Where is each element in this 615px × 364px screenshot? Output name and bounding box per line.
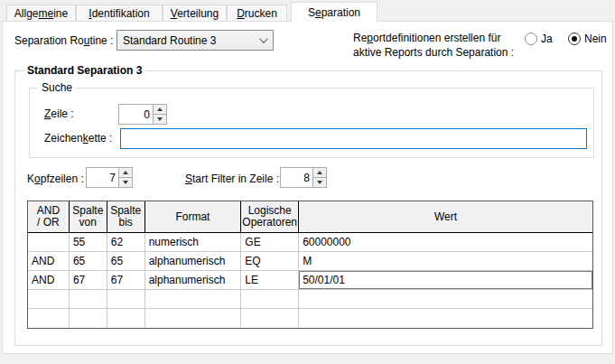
suche-group-title: Suche bbox=[38, 81, 76, 94]
cell-and-or[interactable]: AND bbox=[28, 252, 70, 270]
zeile-label: Zeile : bbox=[44, 107, 74, 120]
cell-logischer-operator[interactable]: LE bbox=[241, 271, 299, 289]
group-title: Standard Separation 3 bbox=[23, 64, 145, 77]
cell-and-or[interactable] bbox=[28, 309, 70, 328]
tab-label: Drucken bbox=[237, 7, 277, 20]
cell-wert[interactable] bbox=[299, 290, 592, 308]
radio-nein-label: Nein bbox=[584, 33, 607, 45]
cell-spalte-von[interactable] bbox=[70, 290, 107, 308]
table-row: AND 65 65 alphanumerisch EQ M bbox=[28, 252, 592, 271]
spinner-down-icon[interactable] bbox=[119, 178, 132, 187]
cell-logischer-operator[interactable]: EQ bbox=[241, 252, 299, 270]
tab-separation[interactable]: Separation bbox=[291, 2, 377, 23]
spinner-down-icon[interactable] bbox=[154, 115, 166, 124]
cell-wert-editing[interactable]: 50/01/01 bbox=[299, 271, 592, 289]
radio-option-ja[interactable]: Ja bbox=[525, 33, 553, 45]
startfilter-label: Start Filter in Zeile : bbox=[185, 173, 279, 185]
startfilter-spinner-value[interactable]: 8 bbox=[281, 168, 312, 187]
zeile-spinner[interactable]: 0 bbox=[118, 104, 167, 125]
cell-logischer-operator[interactable] bbox=[241, 309, 299, 328]
kopfzeilen-spinner[interactable]: 7 bbox=[86, 167, 133, 188]
table-row bbox=[28, 309, 592, 328]
tab-allgemeine[interactable]: Allgemeine bbox=[6, 5, 76, 22]
spinner-buttons bbox=[312, 168, 326, 187]
separation-routine-label: Separation Routine : bbox=[14, 34, 113, 47]
separation-routine-dropdown[interactable]: Standard Routine 3 bbox=[116, 30, 274, 51]
cell-format[interactable] bbox=[145, 290, 242, 308]
cell-spalte-bis[interactable]: 67 bbox=[107, 271, 145, 289]
radio-option-nein[interactable]: Nein bbox=[568, 33, 607, 45]
spinner-up-icon[interactable] bbox=[313, 168, 326, 178]
cell-spalte-von[interactable] bbox=[70, 309, 107, 328]
zeile-spinner-value[interactable]: 0 bbox=[119, 105, 153, 124]
table-row bbox=[28, 290, 592, 309]
standard-separation-group: Standard Separation 3 Suche Zeile : 0 Ze… bbox=[14, 70, 602, 346]
cell-edit-box[interactable]: 50/01/01 bbox=[299, 271, 592, 289]
filter-table-header: AND/ OR Spaltevon Spaltebis Format Logis… bbox=[28, 201, 592, 233]
cell-wert[interactable] bbox=[299, 309, 592, 328]
tab-label: Verteilung bbox=[171, 7, 219, 20]
tab-drucken[interactable]: Drucken bbox=[227, 5, 287, 22]
cell-and-or[interactable] bbox=[28, 290, 70, 308]
cell-spalte-von[interactable]: 67 bbox=[70, 271, 107, 289]
kopfzeilen-label: Kopfzeilen : bbox=[27, 173, 84, 185]
header-format: Format bbox=[145, 201, 242, 232]
cell-format[interactable]: alphanumerisch bbox=[145, 271, 242, 289]
header-wert: Wert bbox=[299, 201, 592, 232]
tab-label: Separation bbox=[308, 6, 360, 19]
cell-logischer-operator[interactable]: GE bbox=[241, 233, 299, 251]
cell-spalte-von[interactable]: 55 bbox=[70, 233, 107, 251]
suche-group: Suche Zeile : 0 Zeichenkette : bbox=[29, 88, 594, 158]
separation-tab-page: Separation Routine : Standard Routine 3 … bbox=[2, 21, 613, 354]
spinner-buttons bbox=[153, 105, 166, 124]
header-spalte-von: Spaltevon bbox=[70, 201, 107, 232]
radio-ja-label: Ja bbox=[541, 33, 553, 45]
report-definitions-label: Reportdefinitionen erstellen für aktive … bbox=[353, 31, 547, 60]
spinner-down-icon[interactable] bbox=[313, 178, 326, 187]
cell-and-or[interactable]: AND bbox=[28, 271, 70, 289]
tab-label: Allgemeine bbox=[14, 7, 68, 20]
cell-spalte-bis[interactable]: 62 bbox=[107, 233, 145, 251]
zeichenkette-input[interactable] bbox=[120, 128, 587, 149]
radio-nein-icon[interactable] bbox=[568, 33, 581, 45]
cell-spalte-bis[interactable]: 65 bbox=[107, 252, 145, 270]
spinner-up-icon[interactable] bbox=[154, 105, 166, 115]
filter-table: AND/ OR Spaltevon Spaltebis Format Logis… bbox=[27, 201, 593, 329]
kopfzeilen-spinner-value[interactable]: 7 bbox=[87, 168, 118, 187]
header-and-or: AND/ OR bbox=[28, 201, 70, 232]
header-logische-operatoren: LogischeOperatoren bbox=[241, 201, 299, 232]
cell-format[interactable] bbox=[145, 309, 242, 328]
tab-label: Identifikation bbox=[89, 7, 149, 20]
cell-logischer-operator[interactable] bbox=[241, 290, 299, 308]
startfilter-spinner[interactable]: 8 bbox=[280, 167, 327, 188]
zeichenkette-label: Zeichenkette : bbox=[44, 132, 112, 145]
spinner-buttons bbox=[118, 168, 132, 187]
cell-spalte-bis[interactable] bbox=[107, 290, 145, 308]
radio-ja-icon[interactable] bbox=[525, 33, 537, 45]
table-row: AND 67 67 alphanumerisch LE 50/01/01 bbox=[28, 271, 592, 290]
tab-identifikation[interactable]: Identifikation bbox=[76, 5, 163, 22]
cell-spalte-bis[interactable] bbox=[107, 309, 145, 328]
tab-verteilung[interactable]: Verteilung bbox=[163, 5, 227, 22]
dropdown-value: Standard Routine 3 bbox=[123, 34, 216, 47]
spinner-up-icon[interactable] bbox=[119, 168, 132, 178]
cell-spalte-von[interactable]: 65 bbox=[70, 252, 107, 270]
cell-wert[interactable]: 60000000 bbox=[299, 233, 592, 251]
cell-format[interactable]: numerisch bbox=[145, 233, 242, 251]
chevron-down-icon bbox=[259, 34, 268, 43]
cell-wert[interactable]: M bbox=[299, 252, 592, 270]
cell-and-or[interactable] bbox=[28, 233, 70, 251]
header-spalte-bis: Spaltebis bbox=[107, 201, 145, 232]
table-row: 55 62 numerisch GE 60000000 bbox=[28, 233, 592, 252]
cell-format[interactable]: alphanumerisch bbox=[145, 252, 242, 270]
